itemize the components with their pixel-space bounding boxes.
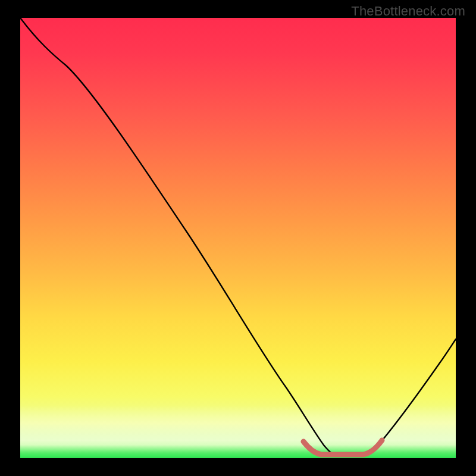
bottleneck-curve — [20, 18, 456, 456]
chart-frame: TheBottleneck.com — [0, 0, 476, 476]
watermark-text: TheBottleneck.com — [351, 4, 465, 19]
plot-area — [20, 18, 456, 458]
sweet-spot-marker — [303, 440, 382, 455]
curve-layer — [20, 18, 456, 458]
